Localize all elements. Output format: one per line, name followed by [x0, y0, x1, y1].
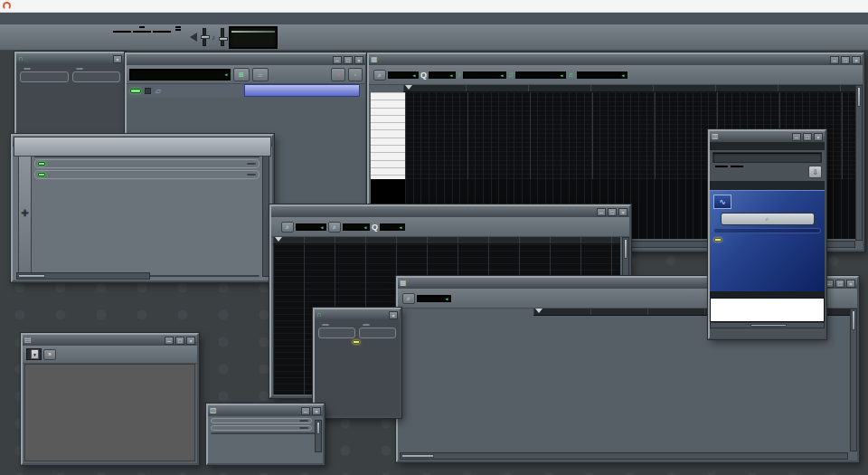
instrument-maximize-button[interactable]: □: [803, 133, 812, 141]
automation-minimize-button[interactable]: ─: [597, 208, 606, 216]
fx-channel-display[interactable]: [731, 166, 743, 167]
plugin-panel: ∿ ⌕: [710, 190, 825, 291]
ampv-titlebar[interactable]: ∩ ×: [16, 53, 124, 64]
ampv-channel1-label: [24, 68, 31, 70]
song-hscrollbar[interactable]: [400, 452, 848, 460]
notes-close-button[interactable]: ×: [186, 337, 195, 345]
bb-track-mute[interactable]: [145, 88, 151, 94]
scale-lcd[interactable]: ◀: [515, 71, 566, 79]
fx-hscrollbar[interactable]: [16, 272, 150, 280]
toolbar-overflow-button[interactable]: »: [43, 349, 56, 360]
automation-close-button[interactable]: ×: [618, 208, 627, 216]
font-selector[interactable]: ▼: [26, 348, 42, 360]
midi-forward-led[interactable]: [714, 238, 722, 242]
bb-remove-bar-button[interactable]: ▪: [331, 68, 345, 81]
link-channels-led[interactable]: [353, 340, 360, 344]
bb-add-bar-button[interactable]: ▪: [348, 68, 363, 81]
controller-controls-button[interactable]: [299, 420, 308, 422]
project-notes-titlebar[interactable]: ▤ ─ □ ×: [23, 335, 197, 346]
add-channel-button[interactable]: ✚: [18, 149, 32, 277]
preset-name-field[interactable]: [712, 152, 822, 163]
controller-item[interactable]: [211, 425, 312, 431]
chord-lcd[interactable]: ◀: [577, 71, 627, 79]
zoom-button[interactable]: ⌕: [373, 70, 386, 81]
bb-track-led[interactable]: [130, 89, 141, 93]
playhead-marker[interactable]: [405, 85, 412, 92]
instrument-editor-window: ▥ ─ □ × ⇩ ∿ ⌕: [708, 129, 826, 339]
master-volume-slider[interactable]: [203, 28, 206, 46]
effect-enabled-led[interactable]: [38, 162, 45, 166]
bb-minimize-button[interactable]: ─: [333, 56, 342, 64]
close-button[interactable]: [846, 0, 868, 13]
controller-rack-titlebar[interactable]: ▧ ─ ×: [208, 405, 323, 416]
song-close-button[interactable]: ×: [846, 280, 855, 288]
zoom-y-lcd[interactable]: ◀: [343, 223, 370, 231]
zyn-kb-scrollbar[interactable]: [710, 322, 825, 328]
automation-maximize-button[interactable]: □: [608, 208, 617, 216]
piano-roll-maximize-button[interactable]: □: [841, 56, 850, 64]
main-titlebar[interactable]: [0, 0, 868, 13]
zoom-x-button[interactable]: ⌕: [281, 222, 294, 233]
bb-automation-pattern[interactable]: [244, 84, 360, 97]
fx-mixer-window: 969 ─ × ✚: [11, 134, 274, 282]
notes-minimize-button[interactable]: ─: [165, 337, 174, 345]
bb-maximize-button[interactable]: □: [344, 56, 353, 64]
piano-roll-titlebar[interactable]: ▦ ─ □ ×: [369, 54, 863, 65]
autowah-titlebar[interactable]: ∩ ×: [315, 309, 400, 320]
maximize-button[interactable]: [825, 0, 846, 13]
song-zoom-button[interactable]: ⌕: [402, 293, 415, 304]
piano-roll-close-button[interactable]: ×: [852, 56, 861, 64]
timesig-denominator[interactable]: [175, 29, 181, 31]
save-preset-button[interactable]: ⇩: [808, 166, 822, 178]
piano-roll-zoom-lcd[interactable]: ◀: [388, 71, 419, 79]
song-zoom-lcd[interactable]: ◀: [417, 295, 451, 302]
instrument-minimize-button[interactable]: ─: [792, 133, 801, 141]
minimize-button[interactable]: [803, 0, 825, 13]
master-pitch-slider[interactable]: [221, 28, 224, 46]
bb-steps-button[interactable]: ⊞: [233, 68, 250, 81]
bb-titlebar[interactable]: ─ □ ×: [127, 54, 365, 65]
add-controller-button[interactable]: [211, 432, 320, 434]
automation-titlebar[interactable]: ─ □ ×: [271, 206, 629, 217]
project-notes-text[interactable]: [24, 364, 195, 461]
tempo-display[interactable]: [139, 26, 145, 28]
instrument-close-button[interactable]: ×: [814, 133, 823, 141]
piano-keys[interactable]: [371, 92, 405, 179]
piano-roll-vscrollbar[interactable]: [855, 85, 863, 241]
add-bar-icon: ▪: [354, 71, 356, 78]
cpu-meter[interactable]: [229, 26, 278, 49]
zoom-y-button[interactable]: ⌕: [328, 222, 341, 233]
song-maximize-button[interactable]: □: [835, 280, 844, 288]
range-display[interactable]: [715, 166, 728, 167]
effect-controls-button[interactable]: [247, 174, 256, 176]
bb-pattern-selector[interactable]: ◀: [129, 69, 231, 81]
rack-close-button[interactable]: ×: [312, 407, 321, 415]
piano-roll-timeline[interactable]: [403, 85, 855, 92]
automation-q-lcd[interactable]: ◀: [380, 223, 405, 231]
zoom-x-lcd[interactable]: ◀: [296, 223, 326, 231]
piano-roll-minimize-button[interactable]: ─: [830, 56, 839, 64]
autowah-close-button[interactable]: ×: [389, 311, 398, 319]
show-gui-button[interactable]: ⌕: [721, 213, 815, 225]
controller-item[interactable]: [211, 418, 312, 423]
ampv-close-button[interactable]: ×: [113, 55, 122, 63]
instrument-titlebar[interactable]: ▥ ─ □ ×: [710, 131, 825, 142]
notes-maximize-button[interactable]: □: [175, 337, 184, 345]
effect-controls-button[interactable]: [247, 163, 256, 165]
song-editor-icon: ▦: [400, 280, 407, 287]
zyn-keys[interactable]: [710, 298, 825, 322]
dropdown-arrow-icon[interactable]: ▼: [31, 349, 39, 359]
rack-vscrollbar[interactable]: [315, 420, 322, 452]
song-vscrollbar[interactable]: [850, 309, 857, 451]
bb-close-button[interactable]: ×: [354, 56, 363, 64]
controller-controls-button[interactable]: [299, 427, 308, 429]
q-icon: Q: [420, 71, 427, 80]
timesig-numerator[interactable]: [175, 26, 181, 28]
effect-enabled-led[interactable]: [38, 173, 45, 176]
effects-vscrollbar[interactable]: [262, 149, 269, 277]
rack-minimize-button[interactable]: ─: [301, 407, 310, 415]
piano-roll-q-lcd[interactable]: ◀: [429, 71, 456, 79]
automation-timeline[interactable]: [273, 237, 620, 244]
note-length-lcd[interactable]: ◀: [463, 71, 506, 79]
bb-folder-button[interactable]: ▱: [252, 68, 269, 81]
